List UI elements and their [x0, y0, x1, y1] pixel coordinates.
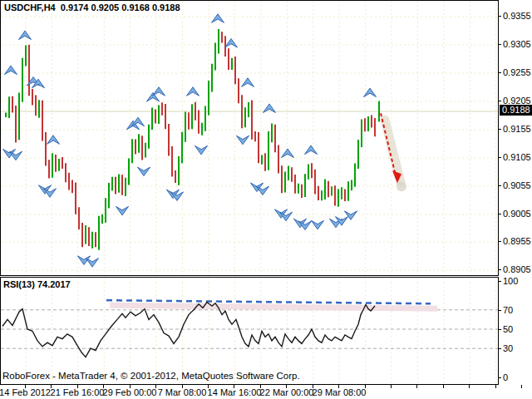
time-axis-tick [234, 385, 234, 388]
fractal-down-arrow-icon [237, 135, 249, 145]
price-chart-panel[interactable]: USDCHF,H4 0.9174 0.9205 0.9168 0.9188 [0, 0, 499, 276]
price-axis-label: 0.9155 [503, 124, 531, 134]
time-axis-tick [469, 385, 470, 388]
rsi-axis-tick [498, 329, 501, 330]
price-axis-label: 0.9355 [503, 11, 531, 21]
price-axis-label: 0.9255 [503, 67, 531, 77]
rsi-axis-tick [498, 281, 501, 282]
price-chart-canvas[interactable] [1, 1, 498, 275]
time-axis-label: 29 Mar 08:00 [313, 387, 367, 397]
time-axis-tick [260, 385, 261, 388]
fractal-down-arrow-icon [312, 220, 324, 229]
rsi-canvas[interactable] [1, 278, 498, 384]
fractal-down-arrow-icon [86, 259, 99, 268]
fractal-up-arrow-icon [19, 31, 32, 40]
mt4-chart-window: USDCHF,H4 0.9174 0.9205 0.9168 0.9188 RS… [0, 0, 532, 399]
price-axis-label: 0.9305 [503, 39, 531, 49]
rsi-axis-label: 0 [503, 372, 508, 382]
rsi-axis-label: 70 [503, 305, 513, 315]
rsi-trendline-band [110, 305, 437, 308]
time-axis-tick [391, 385, 392, 388]
fractal-up-arrow-icon [225, 39, 238, 48]
price-axis-tick [498, 185, 501, 186]
fractal-up-arrow-icon [305, 145, 318, 155]
rsi-gridlines [1, 278, 498, 384]
price-axis-tick [498, 101, 501, 101]
time-axis-label: 7 Mar 08:00 [158, 387, 207, 397]
price-bars [6, 29, 379, 250]
fractal-up-arrow-icon [187, 87, 200, 96]
price-axis-tick [498, 157, 501, 158]
time-axis-label: 14 Feb 2012 [0, 387, 51, 397]
time-axis-tick [521, 385, 522, 388]
rsi-label: RSI(13) 74.2017 [3, 279, 71, 289]
fractal-up-arrow-icon [147, 92, 160, 101]
price-axis-tick [498, 16, 501, 17]
fractal-up-arrow-icon [212, 14, 224, 23]
time-axis-tick [286, 385, 287, 388]
rsi-axis-label: 30 [503, 343, 513, 353]
time-axis-tick [208, 385, 209, 388]
time-axis-label: 21 Feb 16:00 [51, 387, 105, 397]
time-axis-tick [365, 385, 366, 388]
fractal-down-arrow-icon [10, 151, 22, 160]
price-axis-label: 0.9005 [503, 209, 531, 219]
time-axis-label: 14 Mar 16:00 [208, 387, 262, 397]
time-axis-label: 22 Mar 00:00 [260, 387, 314, 397]
time-axis-label: 29 Feb 00:00 [103, 387, 157, 397]
fractal-up-arrow-icon [153, 87, 165, 96]
rsi-indicator-panel[interactable] [0, 277, 499, 385]
time-axis-tick [77, 385, 78, 388]
time-axis-tick [155, 385, 156, 388]
fractal-down-arrow-icon [195, 145, 208, 155]
rsi-axis-tick [498, 310, 501, 311]
price-axis-label: 0.8955 [503, 236, 531, 246]
fractal-up-arrow-icon [282, 149, 294, 158]
price-axis-label: 0.8905 [503, 264, 531, 274]
price-axis-tick [498, 241, 501, 242]
fractal-up-arrow-icon [47, 135, 60, 145]
time-axis-tick [130, 385, 131, 388]
price-axis-tick [498, 129, 501, 130]
forecast-head-shadow [397, 181, 406, 191]
time-axis-tick [51, 385, 52, 388]
fractal-down-arrow-icon [138, 167, 150, 176]
price-axis-tick [498, 72, 501, 73]
price-axis-tick [498, 269, 501, 270]
time-axis-tick [338, 385, 339, 388]
time-axis-tick [495, 385, 496, 388]
current-price-tag: 0.9188 [500, 105, 532, 116]
time-axis-tick [103, 385, 104, 388]
rsi-axis-tick [498, 377, 501, 378]
rsi-axis-label: 100 [503, 276, 518, 286]
fractal-up-arrow-icon [242, 78, 254, 87]
time-axis-tick [182, 385, 183, 388]
fractal-up-arrows [5, 14, 377, 158]
time-axis-tick [25, 385, 26, 388]
time-axis-tick [313, 385, 313, 388]
price-axis-tick [498, 214, 501, 214]
price-axis-label: 0.9105 [503, 152, 531, 162]
fractal-down-arrow-icon [257, 186, 269, 195]
rsi-axis-label: 50 [503, 324, 513, 334]
copyright-text: RoboForex - MetaTrader 4, © 2001-2012, M… [2, 371, 300, 381]
fractal-down-arrow-icon [116, 206, 129, 215]
time-axis-tick [443, 385, 444, 388]
rsi-axis-tick [498, 348, 501, 349]
price-axis-tick [498, 44, 501, 45]
chart-title: USDCHF,H4 0.9174 0.9205 0.9168 0.9188 [4, 2, 180, 12]
price-axis-label: 0.9055 [503, 180, 531, 190]
main-gridlines [1, 1, 498, 275]
time-axis-tick [416, 385, 417, 388]
